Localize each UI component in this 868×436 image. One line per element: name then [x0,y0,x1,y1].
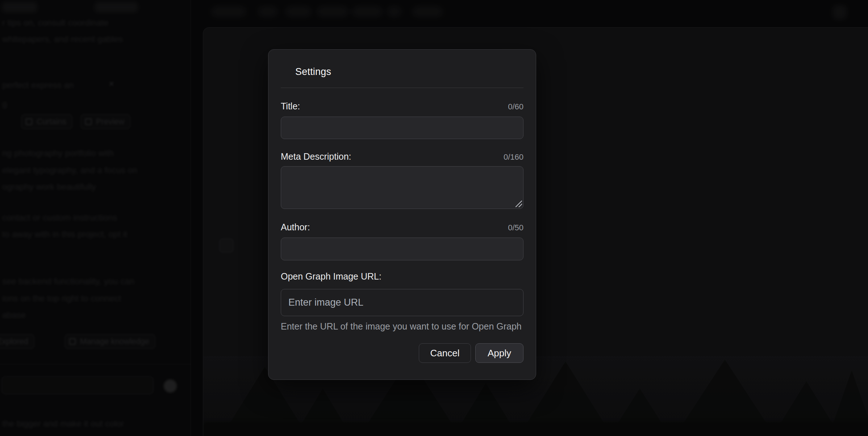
dialog-title: Settings [281,66,523,77]
meta-description-label: Meta Description: [281,151,351,162]
og-image-url-input[interactable] [281,289,523,316]
apply-button[interactable]: Apply [475,343,523,363]
title-label: Title: [281,101,300,112]
author-input[interactable] [281,238,523,260]
cancel-button[interactable]: Cancel [419,343,471,363]
meta-description-counter: 0/160 [504,152,523,162]
dialog-divider [281,88,523,88]
author-counter: 0/50 [508,223,523,232]
author-label: Author: [281,222,310,232]
title-input[interactable] [281,117,523,139]
meta-description-textarea[interactable] [281,166,523,209]
title-counter: 0/60 [508,102,523,112]
og-image-url-label: Open Graph Image URL: [281,271,381,282]
og-image-url-helper: Enter the URL of the image you want to u… [281,321,523,332]
settings-dialog: Settings Title: 0/60 Meta Description: 0… [268,49,536,380]
